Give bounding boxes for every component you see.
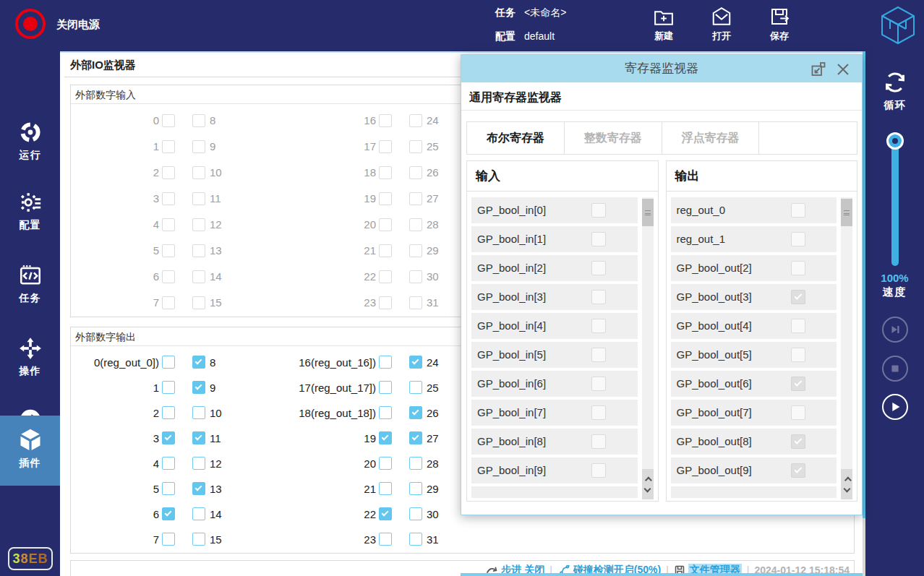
close-icon[interactable]	[834, 61, 852, 78]
loop-icon	[881, 69, 909, 96]
list-item-label: GP_bool_out[9]	[677, 457, 752, 483]
run-icon	[18, 120, 43, 145]
list-item: GP_bool_out[2]	[671, 255, 837, 281]
io-checkbox	[192, 218, 205, 231]
register-checkbox	[791, 348, 805, 362]
io-checkbox[interactable]	[379, 431, 392, 444]
register-tab[interactable]: 整数寄存器	[565, 122, 662, 154]
io-checkbox[interactable]	[192, 381, 205, 394]
io-checkbox[interactable]	[379, 507, 392, 520]
io-checkbox[interactable]	[192, 457, 205, 470]
list-item: GP_bool_in[6]	[471, 371, 638, 397]
io-checkbox[interactable]	[379, 356, 392, 369]
new-button[interactable]: 新建	[646, 6, 681, 43]
register-checkbox	[591, 319, 606, 333]
badge-char: E	[29, 551, 38, 567]
register-checkbox	[791, 405, 805, 420]
list-item: GP_bool_out[4]	[671, 313, 837, 339]
register-tab[interactable]: 浮点寄存器	[662, 122, 760, 154]
io-checkbox	[192, 270, 205, 283]
open-button[interactable]: 打开	[704, 6, 739, 43]
io-checkbox	[409, 140, 422, 153]
io-checkbox[interactable]	[379, 457, 392, 470]
new-button-label: 新建	[654, 30, 673, 43]
io-checkbox[interactable]	[409, 406, 422, 419]
io-checkbox[interactable]	[162, 431, 175, 444]
dialog-header[interactable]: 寄存器监视器	[461, 55, 862, 82]
power-label: 关闭电源	[56, 18, 100, 32]
register-tab-filler	[759, 122, 857, 154]
register-checkbox	[791, 232, 805, 246]
io-checkbox[interactable]	[409, 533, 422, 546]
status-code-badge[interactable]: 38EB	[8, 547, 53, 570]
io-checkbox[interactable]	[162, 482, 175, 495]
list-item-label: GP_bool_out[2]	[677, 255, 752, 281]
stop-button[interactable]	[882, 356, 908, 382]
io-checkbox[interactable]	[192, 356, 205, 369]
scrollbar-arrows[interactable]	[642, 469, 654, 499]
io-checkbox[interactable]	[192, 533, 205, 546]
scrollbar-arrows[interactable]	[841, 469, 852, 499]
scrollbar-thumb[interactable]	[642, 199, 654, 226]
list-item-partial	[471, 486, 638, 498]
task-value: <未命名>	[524, 7, 566, 20]
io-label: 19	[244, 426, 376, 451]
register-tab[interactable]: 布尔寄存器	[467, 122, 565, 154]
sidebar-item-run[interactable]: 运行	[0, 120, 60, 162]
scrollbar[interactable]	[642, 197, 654, 499]
io-checkbox[interactable]	[379, 381, 392, 394]
loop-mode-button[interactable]: 循环	[865, 69, 924, 112]
io-checkbox[interactable]	[162, 533, 175, 546]
io-checkbox	[379, 140, 392, 153]
sidebar-item-operate[interactable]: 操作	[0, 336, 60, 378]
sidebar-item-task[interactable]: 任务	[0, 263, 60, 305]
sidebar-item-plugin[interactable]: 插件	[0, 426, 60, 470]
list-item-label: GP_bool_in[6]	[477, 371, 546, 397]
io-checkbox[interactable]	[379, 482, 392, 495]
power-button[interactable]	[15, 9, 46, 39]
register-checkbox	[791, 261, 805, 275]
sidebar-item-config[interactable]: 配置	[0, 190, 60, 232]
grip-icon	[844, 210, 850, 215]
io-checkbox	[379, 166, 392, 179]
io-checkbox[interactable]	[192, 482, 205, 495]
brand-logo-icon	[879, 5, 917, 46]
io-checkbox[interactable]	[409, 457, 422, 470]
step-forward-button[interactable]	[882, 317, 908, 343]
config-label: 配置	[495, 30, 516, 43]
io-checkbox[interactable]	[409, 482, 422, 495]
io-checkbox[interactable]	[162, 507, 175, 520]
io-label: 5	[71, 476, 159, 502]
popout-icon[interactable]	[810, 61, 827, 78]
accent-strip-gray	[863, 518, 865, 576]
io-checkbox[interactable]	[409, 507, 422, 520]
list-item-label: GP_bool_in[7]	[477, 400, 546, 426]
io-checkbox[interactable]	[192, 406, 205, 419]
io-checkbox[interactable]	[192, 431, 205, 444]
save-button[interactable]: 保存	[762, 6, 797, 43]
io-label: 21	[244, 238, 376, 264]
config-value: default	[524, 30, 555, 43]
check-mark	[195, 484, 202, 491]
io-checkbox[interactable]	[162, 406, 175, 419]
io-checkbox[interactable]	[409, 356, 422, 369]
io-checkbox[interactable]	[162, 356, 175, 369]
io-checkbox[interactable]	[162, 381, 175, 394]
speed-slider[interactable]	[891, 137, 899, 266]
chevron-down-icon	[644, 485, 651, 492]
scrollbar-thumb[interactable]	[841, 199, 852, 226]
play-button[interactable]	[882, 394, 908, 420]
io-checkbox[interactable]	[162, 457, 175, 470]
io-checkbox[interactable]	[379, 533, 392, 546]
input-list-rows: GP_bool_in[0]GP_bool_in[1]GP_bool_in[2]G…	[471, 197, 654, 498]
scrollbar[interactable]	[841, 197, 852, 499]
io-checkbox[interactable]	[409, 381, 422, 394]
io-checkbox[interactable]	[192, 507, 205, 520]
speed-slider-handle[interactable]	[886, 132, 904, 150]
check-mark	[412, 434, 419, 441]
io-label: 31	[427, 527, 492, 552]
io-checkbox[interactable]	[409, 431, 422, 444]
speed-value: 100%	[865, 272, 924, 284]
chevron-up-icon	[844, 476, 851, 483]
io-checkbox[interactable]	[379, 406, 392, 419]
